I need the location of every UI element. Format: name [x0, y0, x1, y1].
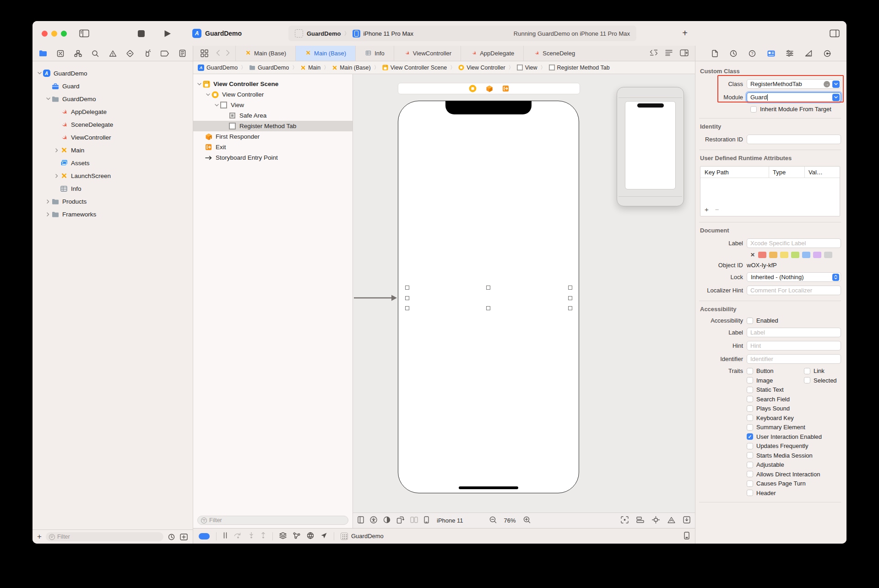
step-into-icon[interactable] — [249, 532, 254, 540]
toggle-navigator-icon[interactable] — [79, 28, 90, 39]
color-swatch-orange[interactable] — [769, 252, 777, 258]
adaptation-icon[interactable] — [410, 517, 418, 524]
jumpbar-item-main[interactable]: Main — [300, 65, 320, 71]
device-icon[interactable] — [424, 516, 429, 525]
jumpbar-item-main-base[interactable]: Main (Base) — [332, 65, 370, 71]
connections-inspector-icon[interactable] — [823, 49, 832, 58]
chevron-right-icon[interactable] — [54, 174, 60, 178]
trait-adjustable[interactable]: Adjustable — [747, 461, 841, 468]
module-dropdown-icon[interactable] — [832, 94, 840, 101]
accessibility-icon[interactable] — [370, 516, 377, 525]
remove-attribute-button[interactable]: − — [715, 205, 719, 213]
trait-causes-page-turn[interactable]: Causes Page Turn — [747, 480, 841, 487]
accessibility-identifier-field[interactable]: Identifier — [747, 354, 841, 364]
source-control-status-icon[interactable] — [179, 533, 188, 541]
trait-checkbox[interactable] — [747, 405, 753, 412]
accessibility-enabled-checkbox[interactable] — [747, 318, 753, 324]
view-hierarchy-icon[interactable] — [279, 532, 287, 540]
chevron-down-icon[interactable] — [196, 83, 202, 86]
outline-item-scene[interactable]: View Controller Scene — [193, 79, 353, 89]
simulate-location-icon[interactable] — [320, 532, 327, 540]
selection-handle-top-right[interactable] — [568, 286, 572, 290]
trait-checkbox[interactable] — [747, 387, 753, 393]
chevron-down-icon[interactable] — [213, 104, 220, 107]
console-device-icon[interactable] — [684, 532, 689, 541]
color-swatch-blue[interactable] — [802, 252, 810, 258]
toggle-inspector-icon[interactable] — [829, 28, 840, 39]
class-dropdown-icon[interactable] — [832, 81, 840, 88]
module-field[interactable]: Guard — [747, 92, 841, 102]
trait-checkbox[interactable] — [747, 471, 753, 477]
nav-item-guarddemo-group[interactable]: GuardDemo — [33, 92, 193, 105]
chevron-right-icon[interactable] — [54, 148, 60, 152]
outline-item-first-responder[interactable]: 1 First Responder — [193, 131, 353, 142]
trait-checkbox[interactable] — [804, 377, 810, 383]
tab-scenedelegate[interactable]: SceneDeleg — [524, 46, 578, 61]
source-control-navigator-icon[interactable] — [56, 49, 65, 58]
trait-checkbox[interactable] — [747, 424, 753, 431]
scheme-destination[interactable]: iPhone 11 Pro Max — [363, 30, 413, 37]
file-inspector-icon[interactable] — [710, 49, 719, 58]
step-out-icon[interactable] — [260, 532, 266, 540]
breakpoints-toggle[interactable] — [199, 533, 210, 539]
document-label-field[interactable]: Xcode Specific Label — [747, 238, 841, 248]
debug-process[interactable]: GuardDemo — [341, 533, 384, 540]
nav-item-guard[interactable]: Guard — [33, 80, 193, 92]
tab-appdelegate[interactable]: AppDelegate — [461, 46, 524, 61]
trait-checkbox[interactable] — [747, 433, 753, 440]
nav-item-assets[interactable]: Assets — [33, 156, 193, 169]
lock-popup[interactable]: Inherited - (Nothing) — [747, 272, 841, 282]
outline-item-exit[interactable]: Exit — [193, 142, 353, 152]
accessibility-label-field[interactable]: Label — [747, 328, 841, 337]
appearance-icon[interactable] — [383, 516, 391, 525]
jumpbar-item-view[interactable]: View — [517, 65, 537, 71]
tab-main-base-1[interactable]: Main (Base) — [235, 46, 296, 61]
view-controller-icon[interactable] — [469, 85, 477, 92]
color-swatch-green[interactable] — [791, 252, 799, 258]
chevron-right-icon[interactable] — [45, 200, 51, 204]
debug-navigator-icon[interactable] — [143, 49, 152, 58]
trait-user-interaction-enabled[interactable]: User Interaction Enabled — [747, 433, 841, 440]
step-over-icon[interactable] — [234, 532, 242, 540]
trait-checkbox[interactable] — [747, 480, 753, 487]
issue-navigator-icon[interactable] — [108, 49, 117, 58]
trait-link[interactable]: Link — [804, 367, 841, 374]
environment-overrides-icon[interactable] — [307, 532, 314, 540]
attributes-inspector-icon[interactable] — [785, 49, 794, 58]
color-swatch-red[interactable] — [758, 252, 766, 258]
memory-graph-icon[interactable] — [293, 532, 300, 540]
resolve-layout-icon[interactable] — [667, 517, 675, 525]
class-field[interactable]: RegisterMethodTab → — [747, 79, 841, 89]
update-frames-icon[interactable] — [621, 516, 629, 525]
outline-item-register-method-tab[interactable]: Register Method Tab — [193, 121, 353, 131]
nav-item-launchscreen[interactable]: LaunchScreen — [33, 169, 193, 182]
add-attribute-button[interactable]: + — [705, 205, 709, 213]
pause-icon[interactable] — [223, 532, 228, 540]
color-swatch-purple[interactable] — [813, 252, 821, 258]
related-items-icon[interactable] — [199, 48, 210, 59]
exit-icon[interactable] — [502, 85, 509, 92]
breakpoint-navigator-icon[interactable] — [160, 49, 169, 58]
back-button[interactable] — [216, 50, 220, 57]
inherit-module-checkbox[interactable] — [750, 106, 757, 113]
trait-checkbox[interactable] — [747, 377, 753, 383]
nav-item-info[interactable]: Info — [33, 182, 193, 195]
selection-handle-top-center[interactable] — [486, 286, 490, 290]
navigator-filter-field[interactable]: Filter — [46, 532, 163, 541]
selection-handle-bottom-right[interactable] — [568, 306, 572, 310]
tab-info[interactable]: Info — [356, 46, 394, 61]
jumpbar-item-scene[interactable]: View Controller Scene — [382, 65, 447, 71]
accessibility-enabled-row[interactable]: Enabled — [747, 317, 778, 324]
new-tab-button[interactable]: + — [680, 28, 690, 38]
jumpbar-item-viewcontroller[interactable]: View Controller — [458, 65, 505, 71]
device-label[interactable]: iPhone 11 — [437, 517, 463, 524]
trait-summary-element[interactable]: Summary Element — [747, 424, 841, 431]
close-button[interactable] — [42, 31, 48, 37]
code-review-icon[interactable] — [650, 49, 658, 57]
simulator-window[interactable] — [617, 87, 684, 206]
color-swatch-gray[interactable] — [824, 252, 832, 258]
nav-item-guarddemo-project[interactable]: A GuardDemo — [33, 67, 193, 80]
trait-header[interactable]: Header — [747, 490, 841, 496]
zoom-button[interactable] — [61, 31, 67, 37]
trait-selected[interactable]: Selected — [804, 377, 841, 384]
